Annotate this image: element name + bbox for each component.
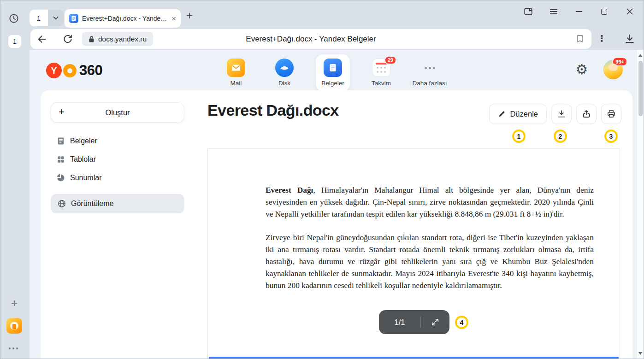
tab-close-icon[interactable]: × (171, 15, 176, 23)
annotation-2: 2 (554, 129, 567, 143)
new-tab-button[interactable]: + (186, 10, 193, 21)
sidebar-item-belgeler[interactable]: Belgeler (51, 132, 184, 150)
scroll-up-arrow[interactable] (638, 54, 642, 57)
docs-favicon-icon (69, 14, 78, 23)
maximize-button[interactable] (598, 6, 610, 18)
page-bottom-content (209, 357, 619, 359)
edit-label: Düzenle (510, 110, 538, 118)
sidebar-panel-icon[interactable] (522, 6, 534, 18)
more-options-icon[interactable]: ⋮ (597, 33, 606, 44)
download-icon (557, 109, 566, 118)
tab-list-number[interactable]: 1 (8, 35, 21, 48)
pie-chart-icon (56, 173, 65, 182)
service-more[interactable]: Daha fazlası (413, 54, 447, 91)
calendar-badge: 29 (384, 56, 396, 65)
service-belgeler[interactable]: Belgeler (316, 54, 350, 91)
sidebar-item-label: Sunumlar (70, 174, 101, 182)
active-tab[interactable]: Everest+Dağı.docx - Yandex Belgeler × (65, 9, 181, 28)
service-mail[interactable]: Mail (219, 54, 253, 91)
pencil-icon (498, 110, 506, 118)
yandex-browser-icon[interactable] (6, 318, 22, 334)
settings-gear-icon[interactable]: ⚙ (573, 60, 591, 79)
services-nav: Mail Disk Belgeler 29 Takvim Daha (30, 54, 636, 91)
tab-title: Everest+Dağı.docx - Yandex Belgeler (82, 15, 168, 22)
sidebar-item-label: Belgeler (70, 137, 97, 145)
strip-more-icon[interactable] (9, 347, 18, 349)
service-label: Daha fazlası (412, 80, 447, 87)
service-disk[interactable]: Disk (267, 54, 301, 91)
annotation-4: 4 (455, 316, 468, 329)
close-window-button[interactable] (624, 6, 636, 18)
globe-icon (57, 199, 66, 208)
mail-icon (227, 59, 245, 77)
docs-icon (324, 59, 342, 77)
reload-button[interactable] (62, 34, 73, 45)
edit-button[interactable]: Düzenle (489, 104, 547, 124)
back-button[interactable] (36, 33, 48, 45)
more-dots-icon (420, 59, 439, 77)
service-takvim[interactable]: 29 Takvim (364, 54, 398, 91)
share-icon (582, 109, 591, 118)
scrollbar-thumb[interactable] (638, 61, 643, 116)
annotation-1: 1 (512, 129, 526, 143)
create-label: Oluştur (51, 103, 184, 122)
browser-side-strip: 1 + (0, 29, 30, 359)
plus-icon: + (59, 106, 65, 118)
chevron-down-icon[interactable] (48, 10, 64, 26)
tab-counter-value: 1 (30, 10, 48, 26)
tab-bar: 1 Everest+Dağı.docx - Yandex Belgeler × … (0, 0, 644, 29)
sidebar-item-label: Görüntüleme (71, 200, 114, 208)
address-bar-row: docs.yandex.ru Everest+Dağı.docx - Yande… (0, 29, 644, 50)
service-label: Takvim (372, 80, 391, 87)
printer-icon (607, 109, 616, 118)
yandex360-app: Y 360 Mail Disk Belgeler (30, 50, 644, 359)
sidebar-item-label: Tablolar (70, 155, 96, 164)
annotation-3: 3 (604, 129, 618, 143)
content-panel: + Oluştur Belgeler Tablolar Sunumlar (41, 90, 632, 359)
service-label: Disk (278, 80, 290, 87)
grid-icon (56, 155, 65, 164)
omnibox[interactable]: docs.yandex.ru Everest+Dağı.docx - Yande… (30, 29, 591, 49)
scrollbar[interactable] (636, 50, 644, 359)
page-indicator-pill[interactable]: 1/1 (379, 310, 449, 334)
tab-counter[interactable]: 1 (30, 10, 64, 26)
fullscreen-expand-icon[interactable] (421, 318, 449, 327)
domain-text: docs.yandex.ru (98, 35, 147, 43)
paragraph-1-lead: Everest Dağı (266, 185, 313, 194)
sidebar-item-tablolar[interactable]: Tablolar (51, 150, 184, 169)
service-label: Mail (230, 80, 242, 87)
avatar[interactable]: 99+ (603, 60, 623, 79)
document-text: Everest Dağı, Himalayalar'ın Mahalangur … (266, 184, 594, 291)
share-button[interactable] (576, 104, 597, 124)
history-clock-icon[interactable] (8, 13, 19, 24)
notification-badge: 99+ (612, 57, 627, 66)
calendar-icon: 29 (372, 59, 390, 77)
create-button[interactable]: + Oluştur (51, 102, 184, 123)
strip-add-icon[interactable]: + (9, 297, 19, 310)
sidebar-item-sunumlar[interactable]: Sunumlar (51, 169, 184, 187)
paragraph-1: Everest Dağı, Himalayalar'ın Mahalangur … (266, 184, 594, 220)
download-button[interactable] (551, 104, 572, 124)
service-label: Belgeler (321, 80, 344, 87)
tab-number: 1 (13, 38, 17, 45)
lock-icon (89, 35, 95, 43)
bookmark-icon[interactable] (575, 34, 585, 44)
document-icon (56, 136, 65, 146)
disk-icon (275, 59, 294, 77)
print-button[interactable] (601, 104, 621, 124)
scroll-down-arrow[interactable] (638, 352, 642, 355)
document-toolbar: Düzenle (489, 104, 621, 124)
domain-pill[interactable]: docs.yandex.ru (82, 32, 153, 46)
menu-icon[interactable] (548, 6, 560, 18)
document-title: Everest Dağı.docx (207, 101, 339, 119)
sidebar-item-goruntuleme[interactable]: Görüntüleme (51, 194, 184, 213)
page-count: 1/1 (379, 318, 420, 327)
paragraph-2: Zirveye biri Nepal'in güneydoğusundan çı… (266, 231, 594, 291)
downloads-icon[interactable] (624, 33, 636, 45)
paragraph-1-rest: , Himalayalar'ın Mahalangur Himal alt bö… (266, 185, 594, 218)
minimize-button[interactable] (573, 6, 585, 18)
document-page: Everest Dağı, Himalayalar'ın Mahalangur … (207, 148, 620, 359)
